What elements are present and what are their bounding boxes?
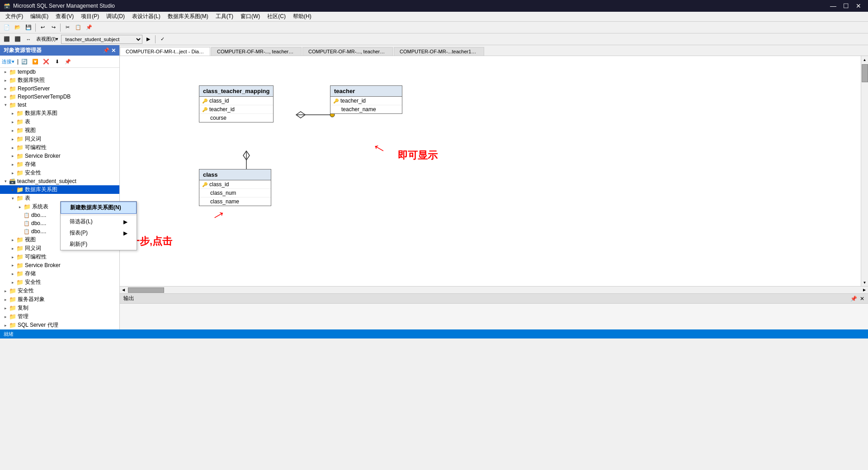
ctx-item-3[interactable]: 刷新(F) xyxy=(61,239,137,250)
redo-btn[interactable]: ↪ xyxy=(48,23,58,33)
scroll-down-btn[interactable]: ▼ xyxy=(861,279,868,286)
connect-button[interactable]: 连接▾ xyxy=(2,58,14,65)
cut-btn[interactable]: ✂ xyxy=(62,23,72,33)
output-close[interactable]: ✕ xyxy=(860,296,864,302)
menu-item-数据库关系图M[interactable]: 数据库关系图(M) xyxy=(164,12,212,21)
tree-item-28[interactable]: ▸📁复制 xyxy=(0,304,119,312)
expand-icon-9[interactable]: ▸ xyxy=(9,144,16,151)
menu-item-文件F[interactable]: 文件(F) xyxy=(2,12,27,21)
tree-item-29[interactable]: ▸📁管理 xyxy=(0,312,119,321)
scroll-up-btn[interactable]: ▲ xyxy=(861,56,868,63)
tree-item-2[interactable]: ▸📁ReportServer xyxy=(0,85,119,93)
expand-icon-4[interactable]: ▾ xyxy=(2,101,9,108)
expand-icon-19[interactable] xyxy=(16,228,24,235)
parse-btn[interactable]: ✓ xyxy=(157,34,167,44)
menu-item-编辑E[interactable]: 编辑(E) xyxy=(27,12,52,21)
tree-item-4[interactable]: ▾📁test xyxy=(0,101,119,109)
tab-0[interactable]: COMPUTER-OF-MR-t...ject - Diagram_0* xyxy=(120,47,210,56)
expand-icon-22[interactable]: ▸ xyxy=(9,254,16,261)
open-btn[interactable]: 📂 xyxy=(13,23,23,33)
sidebar-pin-icon[interactable]: 📌 xyxy=(103,47,109,54)
database-selector[interactable]: teacher_student_subject xyxy=(61,35,142,44)
expand-icon-10[interactable]: ▸ xyxy=(9,152,16,160)
tree-item-11[interactable]: ▸📁存储 xyxy=(0,160,119,169)
hscroll-thumb[interactable] xyxy=(128,287,164,293)
expand-icon-8[interactable]: ▸ xyxy=(9,136,16,143)
collapse-all-btn[interactable]: ⬇ xyxy=(52,56,62,66)
ctx-item-0[interactable]: 新建数据库关系图(N) xyxy=(61,202,137,214)
expand-icon-25[interactable]: ▸ xyxy=(9,279,16,286)
menu-item-工具T[interactable]: 工具(T) xyxy=(212,12,237,21)
tree-item-14[interactable]: ▸📁数据库关系图 xyxy=(0,185,119,194)
tree-item-23[interactable]: ▸📁Service Broker xyxy=(0,261,119,269)
tree-item-27[interactable]: ▸📁服务器对象 xyxy=(0,295,119,304)
sidebar-close-icon[interactable]: ✕ xyxy=(111,47,116,54)
menu-item-社区C[interactable]: 社区(C) xyxy=(264,12,289,21)
expand-icon-28[interactable]: ▸ xyxy=(2,305,9,312)
menu-item-查看V[interactable]: 查看(V) xyxy=(52,12,77,21)
menu-item-帮助H[interactable]: 帮助(H) xyxy=(289,12,315,21)
new-query-btn[interactable]: 📄 xyxy=(2,23,12,33)
output-pin[interactable]: 📌 xyxy=(850,296,857,302)
tree-item-24[interactable]: ▸📁存储 xyxy=(0,269,119,278)
maximize-button[interactable]: ☐ xyxy=(840,1,852,10)
tree-item-5[interactable]: ▸📁数据库关系图 xyxy=(0,109,119,118)
expand-icon-26[interactable]: ▸ xyxy=(2,287,9,295)
tree-item-6[interactable]: ▸📁表 xyxy=(0,118,119,126)
undo-btn[interactable]: ↩ xyxy=(38,23,47,33)
tree-item-3[interactable]: ▸📁ReportServerTempDB xyxy=(0,93,119,101)
scroll-left-btn[interactable]: ◀ xyxy=(120,287,127,294)
toolbar2-btn2[interactable]: ⬛ xyxy=(13,34,23,44)
expand-icon-17[interactable] xyxy=(16,212,24,219)
table-class_teacher_mapping[interactable]: class_teacher_mapping🔑class_id🔑teacher_i… xyxy=(199,85,274,122)
expand-icon-5[interactable]: ▸ xyxy=(9,110,16,117)
scroll-right-btn[interactable]: ▶ xyxy=(861,287,868,294)
tree-item-8[interactable]: ▸📁同义词 xyxy=(0,135,119,143)
expand-icon-12[interactable]: ▸ xyxy=(9,169,16,177)
expand-icon-14[interactable]: ▸ xyxy=(9,186,16,193)
save-btn[interactable]: 💾 xyxy=(24,23,33,33)
expand-icon-1[interactable]: ▸ xyxy=(2,77,9,84)
clear-filter-btn[interactable]: ❌ xyxy=(41,56,51,66)
tree-item-1[interactable]: ▸📁数据库快照 xyxy=(0,76,119,85)
expand-icon-13[interactable]: ▾ xyxy=(2,178,9,185)
table-class[interactable]: class🔑class_idclass_numclass_name xyxy=(199,169,271,206)
tree-item-30[interactable]: ▸📁SQL Server 代理 xyxy=(0,321,119,329)
expand-icon-20[interactable]: ▸ xyxy=(9,236,16,244)
close-button[interactable]: ✕ xyxy=(853,1,864,10)
tree-item-22[interactable]: ▸📁可编程性 xyxy=(0,253,119,261)
toolbar2-btn3[interactable]: ↔ xyxy=(24,34,33,44)
scroll-thumb[interactable] xyxy=(862,64,868,82)
minimize-button[interactable]: — xyxy=(827,1,839,10)
refresh-tree-btn[interactable]: 🔄 xyxy=(19,56,29,66)
menu-item-项目P[interactable]: 项目(P) xyxy=(77,12,103,21)
expand-icon-6[interactable]: ▸ xyxy=(9,118,16,126)
table-view-label[interactable]: 表视图(I)▾ xyxy=(36,36,58,42)
copy-btn[interactable]: 📋 xyxy=(73,23,83,33)
expand-icon-2[interactable]: ▸ xyxy=(2,85,9,92)
filter-btn[interactable]: 🔽 xyxy=(30,56,40,66)
tab-3[interactable]: COMPUTER-OF-MR-...teacher1_mapping xyxy=(394,47,484,56)
tab-2[interactable]: COMPUTER-OF-MR-..., teacher_mapping xyxy=(302,47,393,56)
expand-icon-18[interactable] xyxy=(16,220,24,227)
tree-item-12[interactable]: ▸📁安全性 xyxy=(0,169,119,177)
tree-item-25[interactable]: ▸📁安全性 xyxy=(0,278,119,287)
menu-item-表设计器L[interactable]: 表设计器(L) xyxy=(128,12,164,21)
menu-item-窗口W[interactable]: 窗口(W) xyxy=(237,12,264,21)
expand-icon-29[interactable]: ▸ xyxy=(2,313,9,320)
toolbar2-btn1[interactable]: ⬛ xyxy=(2,34,12,44)
pin-btn[interactable]: 📌 xyxy=(63,56,73,66)
expand-icon-3[interactable]: ▸ xyxy=(2,93,9,100)
tree-item-10[interactable]: ▸📁Service Broker xyxy=(0,152,119,160)
tab-1[interactable]: COMPUTER-OF-MR-..., teacher_mapping xyxy=(211,47,302,56)
ctx-item-2[interactable]: 报表(P)▶ xyxy=(61,227,137,239)
execute-btn[interactable]: ▶ xyxy=(143,34,153,44)
expand-icon-7[interactable]: ▸ xyxy=(9,127,16,134)
menu-item-调试D[interactable]: 调试(D) xyxy=(103,12,128,21)
tree-item-0[interactable]: ▸📁tempdb xyxy=(0,68,119,76)
expand-icon-23[interactable]: ▸ xyxy=(9,262,16,269)
tree-item-9[interactable]: ▸📁可编程性 xyxy=(0,143,119,152)
expand-icon-27[interactable]: ▸ xyxy=(2,296,9,303)
tree-item-26[interactable]: ▸📁安全性 xyxy=(0,287,119,295)
expand-icon-11[interactable]: ▸ xyxy=(9,161,16,168)
